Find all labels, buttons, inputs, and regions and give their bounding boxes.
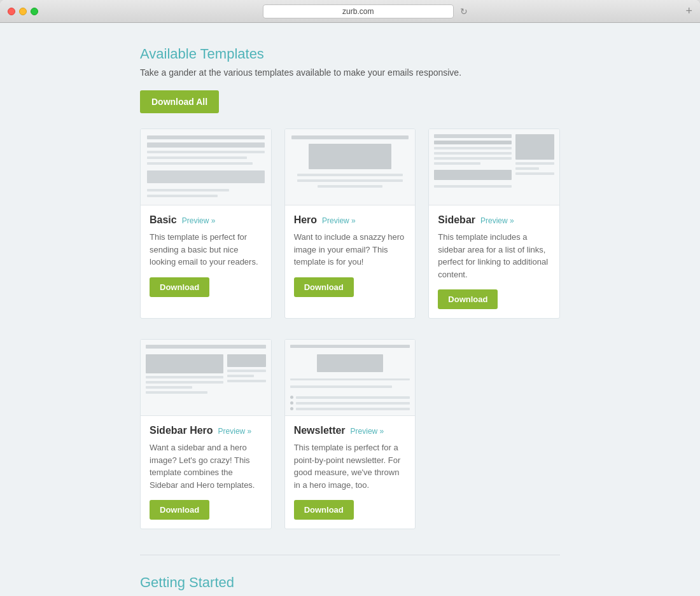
template-card-hero: Hero Preview » Want to include a snazzy … xyxy=(284,128,416,319)
preview-link-sidebar[interactable]: Preview » xyxy=(480,216,514,225)
page-content: Available Templates Take a gander at the… xyxy=(0,23,700,596)
template-name-hero: Hero xyxy=(294,214,317,226)
template-desc-sidebar-hero: Want a sidebar and a hero image? Let's g… xyxy=(150,441,262,491)
preview-link-basic[interactable]: Preview » xyxy=(182,216,216,225)
browser-window: zurb.com ↻ + Available Templates Take a … xyxy=(0,0,700,596)
templates-grid-row1: Basic Preview » This template is perfect… xyxy=(140,128,560,319)
template-preview-basic xyxy=(141,129,271,205)
browser-titlebar: zurb.com ↻ + xyxy=(0,0,700,23)
template-preview-sidebar xyxy=(429,129,559,205)
template-info-basic: Basic Preview » This template is perfect… xyxy=(141,205,271,306)
getting-started-section: Getting Started We'll take you through t… xyxy=(140,555,560,596)
new-tab-button[interactable]: + xyxy=(685,4,692,18)
template-name-row-sidebar-hero: Sidebar Hero Preview » xyxy=(150,425,262,436)
browser-dots xyxy=(8,8,38,15)
template-preview-hero xyxy=(285,129,416,205)
template-preview-sidebar-hero xyxy=(141,340,271,416)
template-name-newsletter: Newsletter xyxy=(294,425,346,436)
template-name-row-basic: Basic Preview » xyxy=(150,214,262,226)
dot-green[interactable] xyxy=(31,8,38,15)
preview-link-sidebar-hero[interactable]: Preview » xyxy=(218,427,252,436)
empty-slot xyxy=(428,339,560,529)
templates-grid-row2: Sidebar Hero Preview » Want a sidebar an… xyxy=(140,339,560,529)
available-templates-section: Available Templates Take a gander at the… xyxy=(140,46,560,529)
preview-link-newsletter[interactable]: Preview » xyxy=(351,427,384,436)
download-button-newsletter[interactable]: Download xyxy=(294,500,354,520)
template-desc-newsletter: This template is perfect for a point-by-… xyxy=(294,441,407,491)
template-info-hero: Hero Preview » Want to include a snazzy … xyxy=(285,205,416,306)
reload-button[interactable]: ↻ xyxy=(459,6,469,17)
template-name-row-newsletter: Newsletter Preview » xyxy=(294,425,407,436)
template-preview-newsletter xyxy=(285,340,416,416)
template-info-newsletter: Newsletter Preview » This template is pe… xyxy=(285,416,416,529)
template-info-sidebar: Sidebar Preview » This template includes… xyxy=(429,205,559,318)
template-name-basic: Basic xyxy=(150,214,177,226)
template-card-sidebar-hero: Sidebar Hero Preview » Want a sidebar an… xyxy=(140,339,272,529)
template-card-sidebar: Sidebar Preview » This template includes… xyxy=(428,128,560,319)
address-bar[interactable]: zurb.com xyxy=(263,4,454,18)
dot-yellow[interactable] xyxy=(19,8,27,15)
template-name-sidebar-hero: Sidebar Hero xyxy=(150,425,213,436)
template-card-newsletter: Newsletter Preview » This template is pe… xyxy=(284,339,416,529)
getting-started-title: Getting Started xyxy=(140,574,560,591)
download-button-hero[interactable]: Download xyxy=(294,277,354,297)
preview-link-hero[interactable]: Preview » xyxy=(322,216,356,225)
template-card-basic: Basic Preview » This template is perfect… xyxy=(140,128,272,319)
download-button-sidebar-hero[interactable]: Download xyxy=(150,500,209,520)
available-templates-subtitle: Take a gander at the various templates a… xyxy=(140,67,560,78)
download-button-basic[interactable]: Download xyxy=(150,277,209,297)
template-name-row-sidebar: Sidebar Preview » xyxy=(438,214,550,226)
browser-addressbar: zurb.com ↻ xyxy=(46,4,685,18)
template-name-sidebar: Sidebar xyxy=(438,214,475,226)
template-desc-basic: This template is perfect for sending a b… xyxy=(150,231,262,268)
template-desc-hero: Want to include a snazzy hero image in y… xyxy=(294,231,407,268)
download-all-button[interactable]: Download All xyxy=(140,90,219,113)
template-name-row-hero: Hero Preview » xyxy=(294,214,407,226)
available-templates-title: Available Templates xyxy=(140,46,560,62)
download-button-sidebar[interactable]: Download xyxy=(438,289,498,309)
dot-red[interactable] xyxy=(8,8,15,15)
template-info-sidebar-hero: Sidebar Hero Preview » Want a sidebar an… xyxy=(141,416,271,529)
template-desc-sidebar: This template includes a sidebar area fo… xyxy=(438,231,550,281)
